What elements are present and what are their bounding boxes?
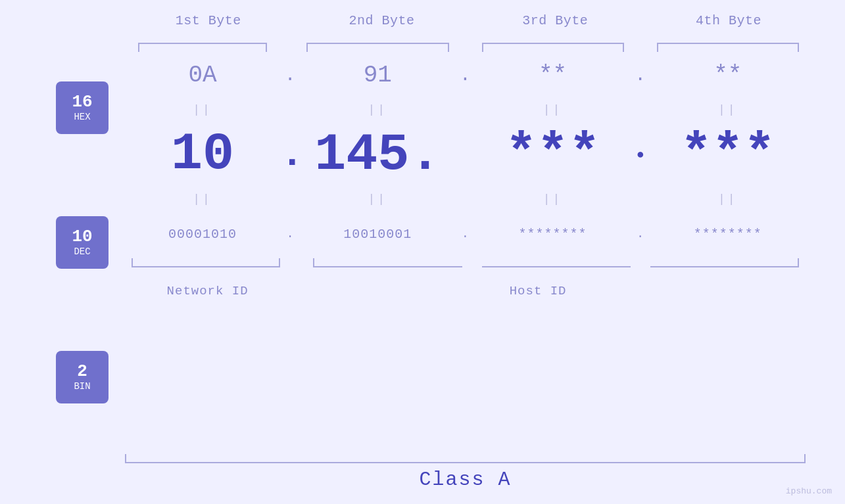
main-area: 16 HEX 10 DEC 2 BIN — [39, 34, 806, 451]
hex-b4: ** — [713, 62, 742, 89]
eq1: || — [125, 103, 280, 116]
bin-dot2: . — [462, 227, 469, 241]
id-labels-row: Network ID Host ID — [125, 277, 806, 306]
byte1-header: 1st Byte — [132, 13, 285, 28]
bin-badge: 2 BIN — [56, 351, 109, 403]
bin-dot1: . — [287, 227, 294, 241]
hex-dot1: . — [285, 65, 296, 85]
bin-values-row: 00001010 . 10010001 . ******** . — [125, 211, 806, 257]
hex-dot2: . — [460, 65, 471, 85]
hex-b1: 0A — [189, 62, 217, 89]
byte4-header: 4th Byte — [652, 13, 806, 28]
dec-badge-num: 10 — [72, 227, 92, 246]
class-label: Class A — [419, 469, 511, 491]
hex-dot3: . — [635, 65, 646, 85]
dec-b3: *** — [506, 124, 600, 184]
dec-values-row: 10 . 145. *** ● *** — [125, 122, 806, 187]
hex-b2: 91 — [364, 62, 392, 89]
bin-badge-num: 2 — [77, 362, 87, 381]
dec-b2: 145 — [314, 125, 409, 185]
class-section: Class A — [125, 451, 806, 491]
hex-values-row: 0A . 91 . ** . ** — [125, 52, 806, 98]
equals-hex-dec: || || || || — [125, 98, 806, 122]
eq3: || — [475, 103, 631, 116]
dec-badge-label: DEC — [74, 246, 90, 257]
bin-dot3: . — [637, 227, 644, 241]
watermark: ipshu.com — [786, 486, 832, 496]
bin-badge-label: BIN — [74, 381, 90, 392]
badges-column: 16 HEX 10 DEC 2 BIN — [39, 34, 125, 451]
bottom-brackets-row — [125, 258, 806, 277]
top-brackets-row — [125, 34, 806, 52]
byte2-header: 2nd Byte — [305, 13, 459, 28]
main-container: 1st Byte 2nd Byte 3rd Byte 4th Byte 16 H… — [0, 0, 845, 504]
network-id-label: Network ID — [167, 284, 249, 298]
bin-b4: ******** — [694, 227, 762, 242]
eq2: || — [300, 103, 455, 116]
bin-b2: 10010001 — [343, 227, 412, 242]
host-id-label: Host ID — [310, 284, 766, 298]
dec-b1: 10 — [171, 124, 234, 184]
hex-b3: ** — [539, 62, 567, 89]
data-grid: 0A . 91 . ** . ** — [125, 34, 806, 451]
dec-b4: *** — [681, 124, 775, 184]
eq7: || — [475, 193, 631, 206]
eq5: || — [125, 193, 280, 206]
byte-headers-row: 1st Byte 2nd Byte 3rd Byte 4th Byte — [39, 13, 806, 28]
byte3-header: 3rd Byte — [479, 13, 633, 28]
bin-b1: 00001010 — [168, 227, 237, 242]
dec-badge: 10 DEC — [56, 216, 109, 269]
eq6: || — [300, 193, 455, 206]
eq8: || — [650, 193, 806, 206]
equals-dec-bin: || || || || — [125, 187, 806, 211]
hex-badge: 16 HEX — [56, 81, 109, 134]
eq4: || — [650, 103, 806, 116]
dec-dot3: ● — [637, 147, 644, 162]
bin-b3: ******** — [519, 227, 587, 242]
hex-badge-label: HEX — [74, 112, 90, 122]
hex-badge-num: 16 — [72, 93, 92, 112]
